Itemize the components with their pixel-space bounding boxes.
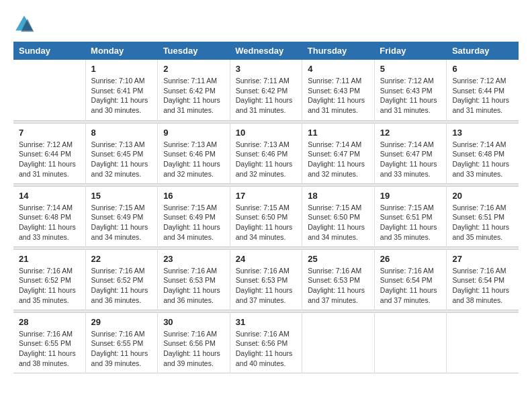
day-info: Sunrise: 7:10 AM Sunset: 6:41 PM Dayligh… (91, 76, 152, 116)
day-cell: 9Sunrise: 7:13 AM Sunset: 6:46 PM Daylig… (158, 123, 230, 183)
day-info: Sunrise: 7:12 AM Sunset: 6:44 PM Dayligh… (19, 140, 80, 179)
day-info: Sunrise: 7:15 AM Sunset: 6:49 PM Dayligh… (163, 203, 224, 242)
day-cell: 20Sunrise: 7:16 AM Sunset: 6:51 PM Dayli… (447, 186, 519, 246)
week-row-2: 7Sunrise: 7:12 AM Sunset: 6:44 PM Daylig… (13, 123, 519, 183)
col-header-saturday: Saturday (447, 42, 519, 60)
day-info: Sunrise: 7:16 AM Sunset: 6:56 PM Dayligh… (236, 329, 297, 369)
day-number: 13 (452, 128, 513, 138)
day-cell: 28Sunrise: 7:16 AM Sunset: 6:55 PM Dayli… (13, 312, 85, 373)
day-info: Sunrise: 7:11 AM Sunset: 6:42 PM Dayligh… (163, 76, 224, 116)
col-header-wednesday: Wednesday (230, 42, 302, 60)
day-cell: 6Sunrise: 7:12 AM Sunset: 6:44 PM Daylig… (447, 60, 519, 120)
day-number: 23 (163, 254, 224, 264)
day-info: Sunrise: 7:13 AM Sunset: 6:46 PM Dayligh… (236, 140, 297, 179)
week-row-5: 28Sunrise: 7:16 AM Sunset: 6:55 PM Dayli… (13, 312, 519, 373)
day-info: Sunrise: 7:16 AM Sunset: 6:53 PM Dayligh… (163, 266, 224, 306)
day-info: Sunrise: 7:14 AM Sunset: 6:48 PM Dayligh… (19, 203, 80, 242)
day-cell: 10Sunrise: 7:13 AM Sunset: 6:46 PM Dayli… (230, 123, 302, 183)
day-info: Sunrise: 7:15 AM Sunset: 6:50 PM Dayligh… (308, 203, 369, 242)
day-info: Sunrise: 7:12 AM Sunset: 6:44 PM Dayligh… (452, 76, 513, 116)
day-number: 30 (163, 317, 224, 327)
week-row-3: 14Sunrise: 7:14 AM Sunset: 6:48 PM Dayli… (13, 186, 519, 246)
day-number: 18 (308, 191, 369, 201)
day-info: Sunrise: 7:11 AM Sunset: 6:42 PM Dayligh… (236, 76, 297, 116)
day-info: Sunrise: 7:16 AM Sunset: 6:55 PM Dayligh… (19, 329, 80, 369)
day-number: 10 (236, 128, 297, 138)
day-cell (302, 312, 375, 373)
day-number: 11 (308, 128, 369, 138)
col-header-friday: Friday (374, 42, 447, 60)
day-number: 7 (19, 128, 80, 138)
day-cell (447, 312, 519, 373)
day-cell (13, 60, 85, 120)
day-info: Sunrise: 7:16 AM Sunset: 6:54 PM Dayligh… (380, 266, 441, 306)
day-info: Sunrise: 7:15 AM Sunset: 6:50 PM Dayligh… (236, 203, 297, 242)
day-number: 8 (91, 128, 152, 138)
day-info: Sunrise: 7:14 AM Sunset: 6:47 PM Dayligh… (380, 140, 441, 179)
day-number: 9 (163, 128, 224, 138)
day-number: 21 (19, 254, 80, 264)
day-info: Sunrise: 7:16 AM Sunset: 6:51 PM Dayligh… (452, 203, 513, 242)
day-cell: 11Sunrise: 7:14 AM Sunset: 6:47 PM Dayli… (302, 123, 375, 183)
day-cell: 3Sunrise: 7:11 AM Sunset: 6:42 PM Daylig… (230, 60, 302, 120)
day-number: 26 (380, 254, 441, 264)
day-cell: 15Sunrise: 7:15 AM Sunset: 6:49 PM Dayli… (85, 186, 158, 246)
day-number: 3 (236, 64, 297, 74)
day-info: Sunrise: 7:15 AM Sunset: 6:49 PM Dayligh… (91, 203, 152, 242)
page-header (13, 13, 519, 35)
day-info: Sunrise: 7:16 AM Sunset: 6:53 PM Dayligh… (236, 266, 297, 306)
day-cell: 8Sunrise: 7:13 AM Sunset: 6:45 PM Daylig… (85, 123, 158, 183)
day-number: 19 (380, 191, 441, 201)
day-number: 6 (452, 64, 513, 74)
day-cell: 5Sunrise: 7:12 AM Sunset: 6:43 PM Daylig… (374, 60, 447, 120)
day-info: Sunrise: 7:13 AM Sunset: 6:46 PM Dayligh… (163, 140, 224, 179)
day-number: 29 (91, 317, 152, 327)
day-info: Sunrise: 7:11 AM Sunset: 6:43 PM Dayligh… (308, 76, 369, 116)
day-number: 15 (91, 191, 152, 201)
day-cell: 25Sunrise: 7:16 AM Sunset: 6:53 PM Dayli… (302, 249, 375, 310)
day-info: Sunrise: 7:16 AM Sunset: 6:55 PM Dayligh… (91, 329, 152, 369)
day-number: 4 (308, 64, 369, 74)
day-number: 27 (452, 254, 513, 264)
header-row: SundayMondayTuesdayWednesdayThursdayFrid… (13, 42, 519, 60)
day-info: Sunrise: 7:12 AM Sunset: 6:43 PM Dayligh… (380, 76, 441, 116)
day-cell: 31Sunrise: 7:16 AM Sunset: 6:56 PM Dayli… (230, 312, 302, 373)
col-header-sunday: Sunday (13, 42, 85, 60)
col-header-monday: Monday (85, 42, 158, 60)
day-cell: 13Sunrise: 7:14 AM Sunset: 6:48 PM Dayli… (447, 123, 519, 183)
day-number: 2 (163, 64, 224, 74)
day-cell: 1Sunrise: 7:10 AM Sunset: 6:41 PM Daylig… (85, 60, 158, 120)
logo-icon (13, 13, 35, 35)
day-number: 31 (236, 317, 297, 327)
day-info: Sunrise: 7:14 AM Sunset: 6:47 PM Dayligh… (308, 140, 369, 179)
day-number: 28 (19, 317, 80, 327)
day-number: 22 (91, 254, 152, 264)
day-cell: 24Sunrise: 7:16 AM Sunset: 6:53 PM Dayli… (230, 249, 302, 310)
day-cell (374, 312, 447, 373)
day-cell: 7Sunrise: 7:12 AM Sunset: 6:44 PM Daylig… (13, 123, 85, 183)
day-info: Sunrise: 7:13 AM Sunset: 6:45 PM Dayligh… (91, 140, 152, 179)
day-cell: 18Sunrise: 7:15 AM Sunset: 6:50 PM Dayli… (302, 186, 375, 246)
week-row-4: 21Sunrise: 7:16 AM Sunset: 6:52 PM Dayli… (13, 249, 519, 310)
day-info: Sunrise: 7:16 AM Sunset: 6:52 PM Dayligh… (91, 266, 152, 306)
day-number: 5 (380, 64, 441, 74)
day-cell: 30Sunrise: 7:16 AM Sunset: 6:56 PM Dayli… (158, 312, 230, 373)
day-cell: 26Sunrise: 7:16 AM Sunset: 6:54 PM Dayli… (374, 249, 447, 310)
day-cell: 19Sunrise: 7:15 AM Sunset: 6:51 PM Dayli… (374, 186, 447, 246)
day-number: 14 (19, 191, 80, 201)
week-row-1: 1Sunrise: 7:10 AM Sunset: 6:41 PM Daylig… (13, 60, 519, 120)
day-cell: 2Sunrise: 7:11 AM Sunset: 6:42 PM Daylig… (158, 60, 230, 120)
col-header-tuesday: Tuesday (158, 42, 230, 60)
day-number: 20 (452, 191, 513, 201)
logo (13, 13, 38, 35)
day-cell: 16Sunrise: 7:15 AM Sunset: 6:49 PM Dayli… (158, 186, 230, 246)
day-cell: 12Sunrise: 7:14 AM Sunset: 6:47 PM Dayli… (374, 123, 447, 183)
day-number: 1 (91, 64, 152, 74)
day-number: 25 (308, 254, 369, 264)
day-cell: 22Sunrise: 7:16 AM Sunset: 6:52 PM Dayli… (85, 249, 158, 310)
day-number: 24 (236, 254, 297, 264)
day-info: Sunrise: 7:16 AM Sunset: 6:53 PM Dayligh… (308, 266, 369, 306)
day-cell: 27Sunrise: 7:16 AM Sunset: 6:54 PM Dayli… (447, 249, 519, 310)
col-header-thursday: Thursday (302, 42, 375, 60)
day-info: Sunrise: 7:15 AM Sunset: 6:51 PM Dayligh… (380, 203, 441, 242)
